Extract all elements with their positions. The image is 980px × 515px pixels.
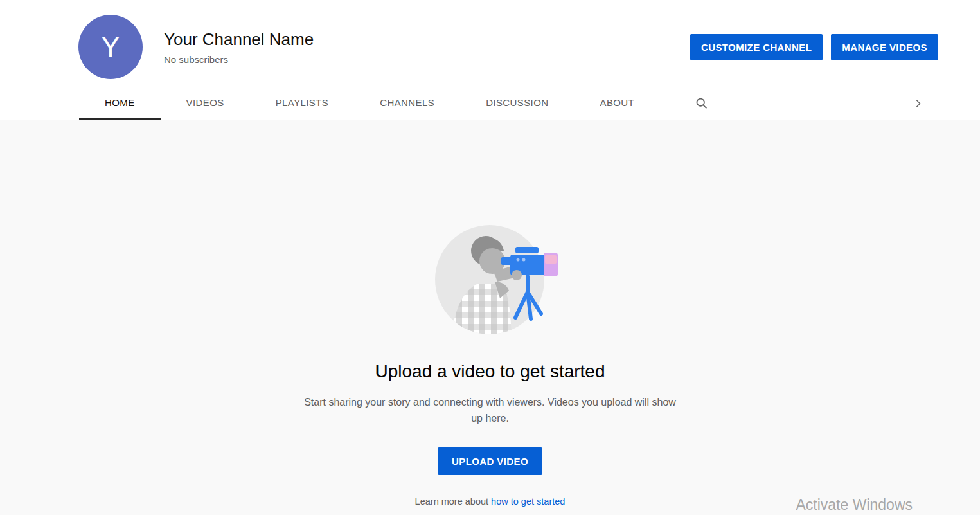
tab-discussion[interactable]: DISCUSSION [460,87,574,120]
tab-about[interactable]: ABOUT [574,87,660,120]
tab-playlists[interactable]: PLAYLISTS [250,87,355,120]
learn-more-prefix: Learn more about [415,496,492,507]
customize-channel-button[interactable]: CUSTOMIZE CHANNEL [690,34,823,60]
empty-state-description: Start sharing your story and connecting … [298,394,683,426]
tab-videos[interactable]: VIDEOS [161,87,250,120]
videographer-illustration [433,220,568,337]
header-actions: CUSTOMIZE CHANNEL MANAGE VIDEOS [690,34,938,60]
manage-videos-button[interactable]: MANAGE VIDEOS [831,34,938,60]
channel-meta: Your Channel Name No subscribers [164,30,690,65]
channel-name: Your Channel Name [164,30,690,50]
empty-state: Upload a video to get started Start shar… [0,120,980,507]
channel-header-top: Y Your Channel Name No subscribers CUSTO… [0,0,980,87]
how-to-get-started-link[interactable]: how to get started [491,496,565,507]
avatar-letter: Y [101,31,120,63]
empty-state-illustration [433,220,568,339]
search-icon[interactable] [687,87,716,120]
tab-home[interactable]: HOME [79,87,161,120]
channel-avatar[interactable]: Y [78,15,143,79]
chevron-right-icon[interactable] [913,87,923,120]
channel-page: Y Your Channel Name No subscribers CUSTO… [0,0,980,515]
tab-bar: HOME VIDEOS PLAYLISTS CHANNELS DISCUSSIO… [0,87,980,120]
upload-video-button[interactable]: UPLOAD VIDEO [438,447,542,475]
empty-state-title: Upload a video to get started [0,361,980,382]
subscriber-count: No subscribers [164,54,690,65]
tab-channels[interactable]: CHANNELS [354,87,460,120]
learn-more-text: Learn more about how to get started [0,496,980,507]
channel-header: Y Your Channel Name No subscribers CUSTO… [0,0,980,120]
